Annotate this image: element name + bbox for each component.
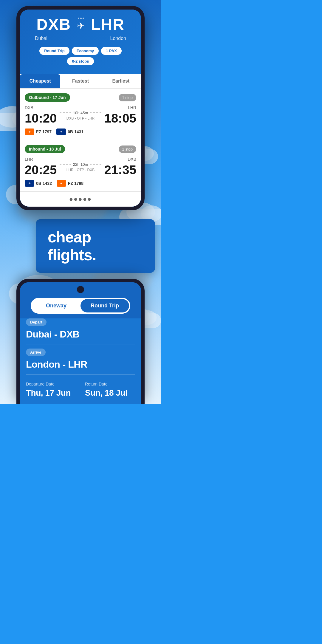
departure-date-label: Departure Date xyxy=(26,382,76,386)
outbound-from: DXB 10:20 xyxy=(25,105,57,126)
outbound-duration-info: 10h 45m DXB - OTP - LHR xyxy=(57,111,104,120)
inbound-to: DXB 21:35 xyxy=(104,157,136,177)
outbound-header: Outbound - 17 Jun 1 stop xyxy=(25,93,136,102)
inbound-header: Inbound - 18 Jul 1 stop xyxy=(25,145,136,153)
trip-type-pill[interactable]: Round Trip xyxy=(39,47,69,55)
pax-pill[interactable]: 1 PAX xyxy=(101,47,122,55)
arrive-divider xyxy=(26,374,135,374)
inbound-times: LHR 20:25 22h 10m LHR - OTP - DXB DXB 21… xyxy=(25,157,136,177)
from-city: Dubai xyxy=(35,36,47,41)
inbound-airline-2: ✈ FZ 1798 xyxy=(57,180,83,187)
outbound-airline-1-code: FZ 1797 xyxy=(36,129,52,134)
outbound-arrive-time: 18:05 xyxy=(104,111,136,126)
notch-bar xyxy=(20,282,141,293)
to-airport: LHR xyxy=(91,16,125,33)
inbound-airline-2-code: FZ 1798 xyxy=(68,181,83,186)
outbound-airlines: ✈ FZ 1797 ✈ 0B 1431 xyxy=(25,129,136,135)
plane-dots xyxy=(78,18,84,19)
search-form: Depart Dubai - DXB Arrive London - LHR D… xyxy=(20,318,141,404)
depart-divider xyxy=(26,344,135,344)
outbound-to: LHR 18:05 xyxy=(104,105,136,126)
dashed-line-left xyxy=(60,112,71,113)
flydubai-logo-2: ✈ xyxy=(57,180,66,187)
inbound-label: Inbound - 18 Jul xyxy=(25,145,65,153)
blueair-logo-1: ✈ xyxy=(56,129,66,135)
route-row: DXB ✈ LHR xyxy=(26,16,135,33)
departure-date-value: Thu, 17 Jun xyxy=(26,388,76,398)
filter-pills: Round Trip Economy 1 PAX 0-2 stops xyxy=(26,47,135,65)
outbound-airline-2: ✈ 0B 1431 xyxy=(56,129,83,135)
phone-1: DXB ✈ LHR Dubai London xyxy=(16,6,145,210)
inbound-from-code: LHR xyxy=(25,157,57,162)
outbound-label: Outbound - 17 Jun xyxy=(25,93,70,102)
trip-toggle: Oneway Round Trip xyxy=(31,298,130,314)
depart-field[interactable]: Depart Dubai - DXB xyxy=(26,318,135,340)
inbound-dashed-left xyxy=(60,164,71,165)
depart-label: Depart xyxy=(26,318,47,326)
arrive-field[interactable]: Arrive London - LHR xyxy=(26,349,135,370)
inbound-duration-line: 22h 10m xyxy=(60,162,101,167)
return-date-field[interactable]: Return Date Sun, 18 Jul xyxy=(85,382,135,398)
outbound-times: DXB 10:20 10h 45m DXB - OTP - LHR LHR 18… xyxy=(25,105,136,126)
from-code: DXB xyxy=(36,16,71,33)
date-row: Departure Date Thu, 17 Jun Return Date S… xyxy=(26,379,135,398)
inbound-arrive-time: 21:35 xyxy=(104,163,136,177)
to-code: LHR xyxy=(91,16,125,33)
price-bar: ●●●●● xyxy=(20,191,141,207)
inbound-airlines: ✈ 0B 1432 ✈ FZ 1798 xyxy=(25,180,136,187)
inbound-duration: 22h 10m xyxy=(73,162,88,167)
arrive-value: London - LHR xyxy=(26,359,135,370)
flight-divider xyxy=(25,140,136,140)
inbound-dashed-right xyxy=(90,164,101,165)
tab-cheapest[interactable]: Cheapest xyxy=(20,74,60,88)
flights-container: Outbound - 17 Jun 1 stop DXB 10:20 10h 4… xyxy=(20,89,141,191)
trip-toggle-wrapper: Oneway Round Trip xyxy=(20,298,141,314)
outbound-route-path: DXB - OTP - LHR xyxy=(60,116,101,120)
from-airport: DXB xyxy=(36,16,71,33)
departure-date-field[interactable]: Departure Date Thu, 17 Jun xyxy=(26,382,76,398)
cabin-pill[interactable]: Economy xyxy=(72,47,99,55)
oneway-option[interactable]: Oneway xyxy=(32,299,80,312)
outbound-airline-2-code: 0B 1431 xyxy=(68,129,83,134)
outbound-duration: 10h 45m xyxy=(73,111,88,115)
stops-pill[interactable]: 0-2 stops xyxy=(67,57,94,65)
tab-earliest[interactable]: Earliest xyxy=(101,74,141,88)
inbound-route-path: LHR - OTP - DXB xyxy=(60,168,101,172)
tabs-container: Cheapest Fastest Earliest xyxy=(20,74,141,89)
inbound-airline-1-code: 0B 1432 xyxy=(36,181,52,186)
notch xyxy=(77,286,84,293)
plane-icon: ✈ xyxy=(77,18,85,32)
outbound-airline-1: ✈ FZ 1797 xyxy=(25,129,52,135)
dashed-line-right xyxy=(90,112,101,113)
to-city: London xyxy=(110,36,126,41)
return-date-value: Sun, 18 Jul xyxy=(85,388,135,398)
outbound-to-code: LHR xyxy=(104,105,136,110)
outbound-stop-badge: 1 stop xyxy=(119,94,136,101)
depart-value: Dubai - DXB xyxy=(26,329,135,340)
inbound-stop-badge: 1 stop xyxy=(119,145,136,153)
inbound-to-code: DXB xyxy=(104,157,136,162)
promo-box: cheap flights. xyxy=(36,219,155,273)
flight-header: DXB ✈ LHR Dubai London xyxy=(20,10,141,74)
outbound-depart-time: 10:20 xyxy=(25,111,57,126)
promo-banner: cheap flights. xyxy=(36,219,155,273)
round-trip-option[interactable]: Round Trip xyxy=(80,299,129,312)
inbound-depart-time: 20:25 xyxy=(25,163,57,177)
tabs: Cheapest Fastest Earliest xyxy=(20,74,141,89)
promo-text: cheap flights. xyxy=(48,228,143,264)
arrive-label: Arrive xyxy=(26,349,46,356)
inbound-from: LHR 20:25 xyxy=(25,157,57,177)
blueair-logo-2: ✈ xyxy=(25,180,34,187)
route-cities: Dubai London xyxy=(26,36,135,42)
inbound-duration-info: 22h 10m LHR - OTP - DXB xyxy=(57,162,104,172)
outbound-duration-line: 10h 45m xyxy=(60,111,101,115)
phone-2: Oneway Round Trip Depart Dubai - DXB Arr… xyxy=(16,279,145,404)
inbound-airline-1: ✈ 0B 1432 xyxy=(25,180,52,187)
tab-fastest[interactable]: Fastest xyxy=(60,74,100,88)
outbound-from-code: DXB xyxy=(25,105,57,110)
flydubai-logo-1: ✈ xyxy=(25,129,34,135)
return-date-label: Return Date xyxy=(85,382,135,386)
